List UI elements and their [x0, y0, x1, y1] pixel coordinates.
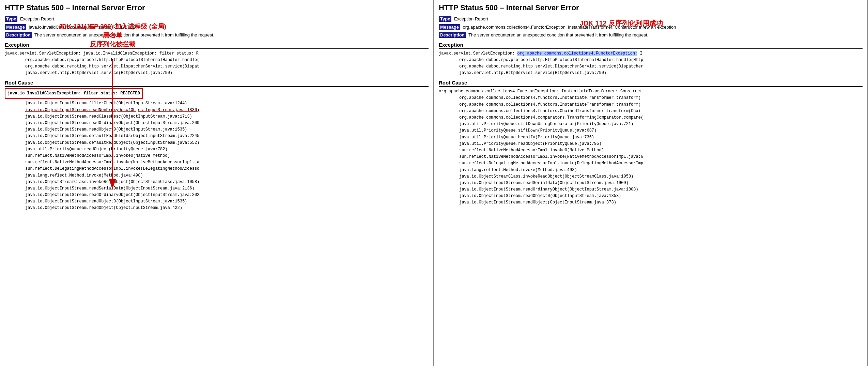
right-exception-highlight: org.apache.commons.collections4.FunctorE… — [517, 51, 637, 56]
right-type-value: Exception Report — [454, 16, 488, 21]
left-root-cause-box: java.io.InvalidClassException: filter st… — [5, 88, 143, 99]
left-rc-line-7: java.util.PriorityQueue.readObject(Prior… — [5, 146, 429, 153]
left-rc-line-16: java.io.ObjectInputStream.readObject(Obj… — [5, 205, 429, 211]
right-rc-line-2: org.apache.commons.collections4.functors… — [439, 102, 863, 108]
left-exception-line-1: org.apache.dubbo.rpc.protocol.http.HttpP… — [5, 57, 429, 63]
left-root-cause-block: java.io.InvalidClassException: filter st… — [5, 88, 429, 211]
right-panel: JDK 112 反序列化利用成功 HTTP Status 500 – Inter… — [434, 0, 868, 366]
right-rc-line-11: sun.reflect.DelegatingMethodAccessorImpl… — [439, 160, 863, 167]
right-rc-line-12: java.lang.reflect.Method.invoke(Method.j… — [439, 167, 863, 173]
right-rc-line-8: java.util.PriorityQueue.readObject(Prior… — [439, 141, 863, 147]
right-rc-line-15: java.io.ObjectInputStream.readOrdinaryOb… — [439, 186, 863, 193]
left-description-label: Description — [5, 32, 32, 38]
right-rc-line-5: java.util.PriorityQueue.siftDownUsingCom… — [439, 121, 863, 127]
left-rc-line-2: java.io.ObjectInputStream.readClassDesc(… — [5, 113, 429, 120]
left-exception-line-0: javax.servlet.ServletException: java.io.… — [5, 50, 429, 57]
right-rc-line-13: java.io.ObjectStreamClass.invokeReadObje… — [439, 173, 863, 180]
right-exception-line-2: org.apache.dubbo.remoting.http.servlet.D… — [439, 63, 863, 70]
left-root-cause-header: Root Cause — [5, 80, 429, 87]
right-description-label: Description — [439, 32, 466, 38]
right-rc-line-10: sun.reflect.NativeMethodAccessorImpl.inv… — [439, 154, 863, 160]
left-rc-line-3: java.io.ObjectInputStream.readOrdinaryOb… — [5, 120, 429, 126]
left-page-title: HTTP Status 500 – Internal Server Error — [5, 3, 429, 12]
left-rc-line-1: java.io.ObjectInputStream.readNonProxyDe… — [5, 107, 429, 113]
left-rc-line-8: sun.reflect.NativeMethodAccessorImpl.inv… — [5, 153, 429, 159]
left-annotation: JDK 131(JEP 290) 加入进程级 (全局) 黑名单反序列化被拦截 — [55, 22, 170, 49]
left-rc-line-11: java.lang.reflect.Method.invoke(Method.j… — [5, 172, 429, 179]
right-exception-line-3: javax.servlet.http.HttpServlet.service(H… — [439, 70, 863, 76]
left-type-value: Exception Report — [20, 16, 54, 21]
right-rc-line-16: java.io.ObjectInputStream.readObject0(Ob… — [439, 193, 863, 199]
left-rc-line-13: java.io.ObjectInputStream.readSerialData… — [5, 185, 429, 192]
right-rc-line-0: org.apache.commons.collections4.FunctorE… — [439, 88, 863, 95]
right-exception-block: javax.servlet.ServletException: org.apac… — [439, 50, 863, 77]
right-page-title: HTTP Status 500 – Internal Server Error — [439, 3, 863, 12]
right-root-cause-header: Root Cause — [439, 80, 863, 87]
right-exception-line-1: org.apache.dubbo.rpc.protocol.http.HttpP… — [439, 57, 863, 63]
left-rc-line-9: sun.reflect.NativeMethodAccessorImpl.inv… — [5, 159, 429, 166]
right-rc-line-17: java.io.ObjectInputStream.readObject(Obj… — [439, 199, 863, 206]
right-rc-line-6: java.util.PriorityQueue.siftDown(Priorit… — [439, 127, 863, 134]
left-rc-line-5: java.io.ObjectInputStream.defaultReadFie… — [5, 133, 429, 139]
right-annotation: JDK 112 反序列化利用成功 — [536, 19, 707, 28]
right-type-label: Type — [439, 16, 451, 22]
right-rc-line-7: java.util.PriorityQueue.heapify(Priority… — [439, 134, 863, 141]
right-exception-line-0: javax.servlet.ServletException: org.apac… — [439, 50, 863, 57]
right-rc-line-3: org.apache.commons.collections4.functors… — [439, 108, 863, 115]
left-root-cause-first: java.io.InvalidClassException: filter st… — [7, 91, 140, 96]
left-exception-block: javax.servlet.ServletException: java.io.… — [5, 50, 429, 77]
left-rc-line-4: java.io.ObjectInputStream.readObject0(Ob… — [5, 126, 429, 133]
left-rc-line-15: java.io.ObjectInputStream.readObject0(Ob… — [5, 198, 429, 205]
right-description-value: The server encountered an unexpected con… — [468, 32, 648, 37]
left-type-label: Type — [5, 16, 17, 22]
left-rc-line-12: java.io.ObjectStreamClass.invokeReadObje… — [5, 179, 429, 185]
right-rc-line-9: sun.reflect.NativeMethodAccessorImpl.inv… — [439, 147, 863, 154]
left-type-row: Type Exception Report — [5, 16, 429, 22]
left-exception-line-3: javax.servlet.http.HttpServlet.service(H… — [5, 70, 429, 76]
left-rc-line-6: java.io.ObjectInputStream.defaultReadObj… — [5, 140, 429, 146]
right-message-label: Message — [439, 24, 460, 30]
right-description-row: Description The server encountered an un… — [439, 32, 863, 39]
left-rc-line-0: java.io.ObjectInputStream.filterCheck(Ob… — [5, 100, 429, 107]
left-rc-line-10: sun.reflect.DelegatingMethodAccessorImpl… — [5, 166, 429, 172]
left-exception-line-2: org.apache.dubbo.remoting.http.servlet.D… — [5, 63, 429, 70]
right-exception-header: Exception — [439, 42, 863, 49]
right-rc-line-1: org.apache.commons.collections4.functors… — [439, 95, 863, 101]
right-rc-line-14: java.io.ObjectInputStream.readSerialData… — [439, 180, 863, 186]
right-rc-line-4: org.apache.commons.collections4.comparat… — [439, 115, 863, 121]
right-root-cause-block: org.apache.commons.collections4.FunctorE… — [439, 88, 863, 206]
left-panel: JDK 131(JEP 290) 加入进程级 (全局) 黑名单反序列化被拦截 H… — [0, 0, 434, 366]
left-rc-line-14: java.io.ObjectInputStream.readOrdinaryOb… — [5, 192, 429, 198]
left-message-label: Message — [5, 24, 26, 30]
